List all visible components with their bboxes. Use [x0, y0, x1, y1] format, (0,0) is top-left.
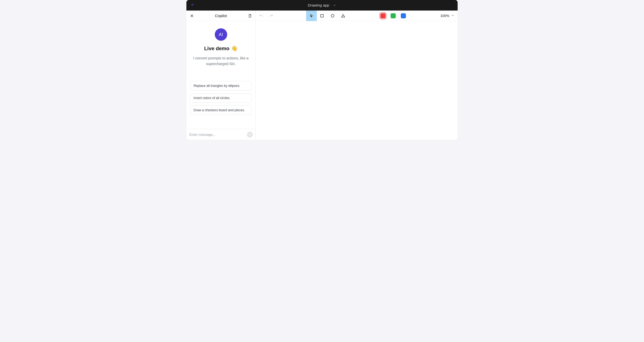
- zoom-value: 100%: [440, 14, 449, 18]
- shape-tools-group: [306, 10, 348, 21]
- redo-button[interactable]: [268, 13, 274, 19]
- new-document-button[interactable]: [247, 13, 252, 18]
- pointer-tool[interactable]: [306, 10, 317, 21]
- send-button[interactable]: [247, 132, 253, 138]
- message-input[interactable]: [189, 133, 245, 137]
- app-title-dropdown[interactable]: Drawing app: [308, 3, 336, 7]
- color-swatches-group: [380, 13, 406, 18]
- sidebar-header: Copilot: [186, 10, 256, 21]
- copilot-sidebar: Copilot AI Live demo 👋 I convert prompts…: [186, 10, 256, 140]
- message-composer: [186, 129, 256, 140]
- app-title: Drawing app: [308, 3, 329, 7]
- sidebar-content: AI Live demo 👋 I convert prompts to acti…: [186, 21, 256, 129]
- zoom-dropdown[interactable]: 100%: [440, 14, 454, 18]
- undo-button[interactable]: [258, 13, 264, 19]
- welcome-title-text: Live demo: [204, 46, 229, 51]
- triangle-tool[interactable]: [338, 10, 348, 21]
- ai-avatar: AI: [215, 28, 227, 41]
- svg-rect-0: [321, 14, 324, 17]
- circle-tool[interactable]: [327, 10, 338, 21]
- color-swatch-blue[interactable]: [401, 13, 406, 18]
- svg-point-1: [331, 14, 334, 17]
- titlebar: Drawing app: [186, 0, 458, 10]
- avatar-label: AI: [219, 32, 223, 37]
- suggestion-item[interactable]: Invert colors of all circles.: [190, 93, 251, 103]
- app-body: Copilot AI Live demo 👋 I convert prompts…: [186, 10, 458, 140]
- rectangle-tool[interactable]: [317, 10, 327, 21]
- suggestions-list: Replace all triangles by ellipses. Inver…: [190, 81, 252, 115]
- canvas-toolbar: 100%: [256, 10, 458, 21]
- color-swatch-red[interactable]: [380, 13, 386, 18]
- app-window: Drawing app Copilot: [186, 0, 458, 140]
- close-sidebar-button[interactable]: [189, 13, 194, 18]
- sparkle-icon[interactable]: [190, 3, 195, 7]
- suggestion-item[interactable]: Draw a checkers board and pieces.: [190, 106, 251, 115]
- welcome-title: Live demo 👋: [204, 45, 238, 51]
- sidebar-title: Copilot: [196, 14, 246, 18]
- chevron-down-icon: [333, 4, 336, 7]
- main-area: 100%: [256, 10, 458, 140]
- chevron-down-icon: [452, 14, 454, 18]
- suggestion-item[interactable]: Replace all triangles by ellipses.: [190, 81, 251, 91]
- welcome-subtitle: I convert prompts to actions, like a sup…: [192, 55, 250, 67]
- wave-emoji: 👋: [231, 45, 238, 51]
- drawing-canvas[interactable]: [256, 21, 458, 140]
- history-group: [258, 13, 274, 19]
- color-swatch-green[interactable]: [390, 13, 396, 18]
